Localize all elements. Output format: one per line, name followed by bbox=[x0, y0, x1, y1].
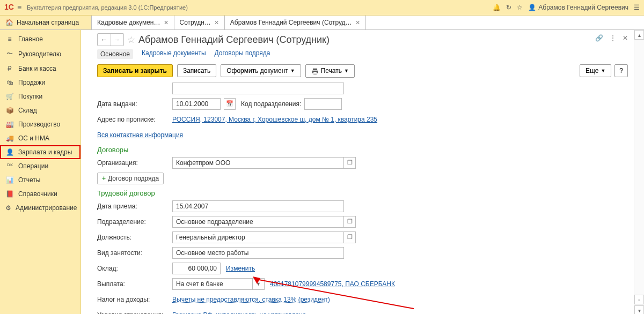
user-icon: 👤 bbox=[528, 4, 536, 11]
sidebar-item-label: Продажи bbox=[18, 79, 45, 86]
bank-link[interactable]: 40817810799994589775, ПАО СБЕРБАНК bbox=[270, 280, 395, 288]
contracts-section: Договоры bbox=[97, 146, 628, 154]
sidebar-item-os-nma[interactable]: 🚚ОС и НМА bbox=[0, 131, 80, 145]
dept-code-input[interactable] bbox=[304, 98, 342, 110]
link-icon[interactable]: 🔗 bbox=[595, 34, 603, 42]
save-button[interactable]: Записать bbox=[177, 64, 216, 77]
sidebar-item-label: Покупки bbox=[18, 93, 42, 100]
toolbar: Записать и закрыть Записать Оформить док… bbox=[97, 64, 628, 78]
scroll-down-icon[interactable]: ▾ bbox=[634, 305, 644, 314]
home-icon: 🏠 bbox=[5, 19, 13, 26]
btn-label: Договор подряда bbox=[108, 175, 159, 182]
salary-input[interactable]: 60 000,00 bbox=[172, 263, 221, 274]
printer-icon bbox=[311, 67, 319, 75]
scroll-square[interactable]: ▫ bbox=[634, 295, 644, 304]
user-chip[interactable]: 👤 Абрамов Геннадий Сергеевич bbox=[528, 4, 628, 11]
more-button[interactable]: Еще▼ bbox=[580, 64, 611, 77]
save-close-button[interactable]: Записать и закрыть bbox=[97, 64, 173, 77]
sidebar-item-bank[interactable]: ₽Банк и касса bbox=[0, 62, 80, 76]
open-icon[interactable]: ❐ bbox=[344, 157, 356, 169]
sidebar-item-sales[interactable]: 🛍Продажи bbox=[0, 76, 80, 89]
sidebar-item-boss[interactable]: 〜Руководителю bbox=[0, 46, 80, 62]
sidebar-item-label: ОС и НМА bbox=[18, 134, 49, 142]
issue-date-label: Дата выдачи: bbox=[97, 100, 172, 108]
sidebar-item-purchases[interactable]: 🛒Покупки bbox=[0, 89, 80, 103]
history-icon[interactable]: ↻ bbox=[506, 4, 511, 11]
forward-button[interactable]: → bbox=[111, 34, 123, 46]
print-button[interactable]: Печать▼ bbox=[305, 64, 355, 78]
open-icon[interactable]: ❐ bbox=[344, 216, 356, 228]
settings-icon[interactable]: ☰ bbox=[634, 4, 640, 11]
org-input[interactable]: Конфетпром ООО bbox=[172, 157, 344, 169]
bell-icon[interactable]: 🔔 bbox=[493, 4, 501, 11]
subdiv-label: Подразделение: bbox=[97, 218, 172, 226]
create-doc-button[interactable]: Оформить документ▼ bbox=[221, 64, 301, 77]
subtab-podr[interactable]: Договоры подряда bbox=[215, 49, 270, 59]
salary-change-link[interactable]: Изменить bbox=[226, 265, 255, 272]
sidebar-item-main[interactable]: ≡Главное bbox=[0, 32, 80, 46]
sidebar-item-reports[interactable]: 📊Отчеты bbox=[0, 173, 80, 187]
address-link[interactable]: РОССИЯ, 123007, Москва г, Хорошевское ш,… bbox=[172, 116, 377, 123]
sidebar-item-warehouse[interactable]: 📦Склад bbox=[0, 103, 80, 117]
page-title: Абрамов Геннадий Сергеевич (Сотрудник) bbox=[138, 34, 330, 46]
emp-type-input[interactable]: Основное место работы bbox=[172, 247, 344, 259]
page-header-right: 🔗 ⋮ ✕ bbox=[595, 34, 628, 42]
tax-label: Налог на доходы: bbox=[97, 296, 172, 303]
sidebar-item-label: Справочники bbox=[18, 190, 57, 198]
ruble-icon: ₽ bbox=[5, 65, 14, 72]
help-button[interactable]: ? bbox=[614, 64, 628, 77]
close-icon[interactable]: ✕ bbox=[623, 34, 628, 42]
book-icon: 📕 bbox=[5, 190, 14, 198]
close-icon[interactable]: ✕ bbox=[355, 19, 360, 26]
close-icon[interactable]: ✕ bbox=[214, 19, 219, 26]
sidebar-item-label: Руководителю bbox=[18, 50, 61, 58]
list-icon: ≡ bbox=[5, 35, 14, 43]
star-icon[interactable]: ☆ bbox=[517, 4, 523, 11]
position-input[interactable]: Генеральный директор bbox=[172, 231, 344, 243]
subtab-docs[interactable]: Кадровые документы bbox=[142, 49, 206, 59]
sidebar-item-operations[interactable]: ᴰᴷОперации bbox=[0, 159, 80, 173]
all-contacts-link[interactable]: Вся контактная информация bbox=[97, 131, 183, 139]
tab-row: 🏠 Начальная страница Кадровые докумен… ✕… bbox=[0, 16, 644, 30]
cart-icon: 🛒 bbox=[5, 93, 14, 100]
calendar-icon[interactable]: 📅 bbox=[224, 98, 236, 110]
tab-home[interactable]: 🏠 Начальная страница bbox=[0, 16, 92, 29]
sidebar-item-admin[interactable]: ⚙Администрирование bbox=[0, 201, 80, 215]
sidebar-item-hr[interactable]: 👤Зарплата и кадры bbox=[0, 145, 80, 159]
scrollbar[interactable]: ▴ ▫ ▾ bbox=[634, 30, 644, 314]
blank-field[interactable] bbox=[172, 83, 344, 94]
caret-down-icon[interactable]: ▼ bbox=[253, 278, 265, 290]
sidebar-item-label: Банк и касса bbox=[18, 65, 56, 72]
hire-date-input[interactable]: 15.04.2007 bbox=[172, 200, 344, 212]
subdiv-input[interactable]: Основное подразделение bbox=[172, 216, 344, 228]
add-contract-button[interactable]: + Договор подряда bbox=[97, 173, 164, 184]
ins-label: Условия страхования: bbox=[97, 311, 172, 314]
scroll-up-icon[interactable]: ▴ bbox=[634, 30, 644, 40]
issue-date-input[interactable]: 10.01.2000 bbox=[172, 98, 221, 110]
sidebar-item-label: Операции bbox=[18, 162, 48, 170]
sidebar-item-production[interactable]: 🏭Производство bbox=[0, 117, 80, 131]
sidebar-item-label: Склад bbox=[18, 107, 37, 114]
sidebar: ≡Главное 〜Руководителю ₽Банк и касса 🛍Пр… bbox=[0, 30, 81, 314]
close-icon[interactable]: ✕ bbox=[164, 19, 169, 26]
hire-date-label: Дата приема: bbox=[97, 203, 172, 210]
kebab-icon[interactable]: ⋮ bbox=[610, 34, 616, 42]
barchart-icon: 📊 bbox=[5, 176, 14, 184]
tab-employee[interactable]: Абрамов Геннадий Сергеевич (Сотруд… ✕ bbox=[225, 16, 366, 29]
position-label: Должность: bbox=[97, 234, 172, 241]
app-title: Бухгалтерия предприятия, редакция 3.0 (1… bbox=[27, 4, 188, 11]
back-button[interactable]: ← bbox=[98, 34, 111, 46]
open-icon[interactable]: ❐ bbox=[344, 231, 356, 243]
sidebar-item-directories[interactable]: 📕Справочники bbox=[0, 187, 80, 201]
tab-sotrudniki[interactable]: Сотрудн… ✕ bbox=[174, 16, 225, 29]
page-header: ← → ☆ Абрамов Геннадий Сергеевич (Сотруд… bbox=[97, 33, 628, 46]
favorite-icon[interactable]: ☆ bbox=[127, 34, 135, 46]
payout-select[interactable]: На счет в банке bbox=[172, 278, 253, 290]
tab-kadrovye[interactable]: Кадровые докумен… ✕ bbox=[92, 16, 174, 29]
subtab-main[interactable]: Основное bbox=[97, 49, 133, 59]
menu-icon[interactable]: ≡ bbox=[17, 3, 21, 12]
gear-icon: ⚙ bbox=[5, 204, 11, 212]
ins-link[interactable]: Граждане РФ, инвалидность не установлена bbox=[172, 311, 306, 314]
org-label: Организация: bbox=[97, 159, 172, 167]
tax-link[interactable]: Вычеты не предоставляются, ставка 13% (р… bbox=[172, 296, 330, 303]
